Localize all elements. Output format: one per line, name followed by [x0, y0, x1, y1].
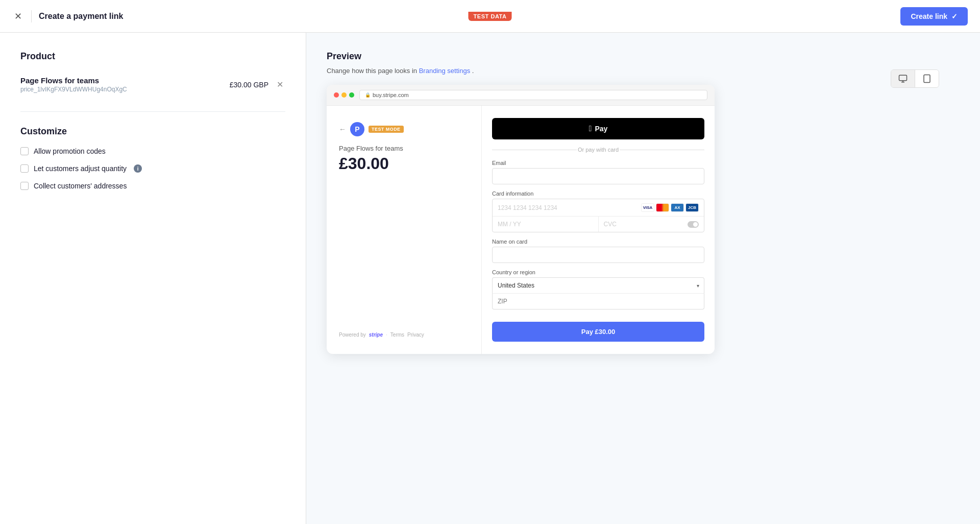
preview-subtitle: Change how this page looks in Branding s… [327, 67, 960, 75]
preview-logo: P [350, 122, 364, 136]
device-toggle [891, 69, 939, 88]
url-text: buy.stripe.com [373, 92, 409, 98]
mastercard-icon [656, 203, 669, 212]
payment-preview-right:  Pay Or pay with card Email Card inform… [482, 106, 715, 354]
topbar-divider [31, 10, 32, 22]
preview-product-name: Page Flows for teams [339, 145, 469, 152]
footer-divider: · [386, 332, 387, 338]
country-select[interactable]: United States United Kingdom Canada [492, 277, 704, 293]
product-section-title: Product [20, 51, 285, 62]
close-button[interactable]: ✕ [12, 9, 24, 24]
topbar-left: ✕ Create a payment link [12, 9, 123, 24]
card-number-placeholder: 1234 1234 1234 1234 [498, 204, 557, 211]
dot-red [334, 92, 339, 98]
visa-icon: VISA [641, 203, 654, 212]
allow-promo-checkbox[interactable] [20, 147, 29, 155]
collect-addresses-checkbox[interactable] [20, 182, 29, 190]
browser-dots [334, 92, 354, 98]
right-panel: Preview Change how this page looks in Br… [306, 33, 980, 524]
email-label: Email [492, 160, 704, 166]
page-title: Create a payment link [39, 12, 123, 21]
collect-addresses-checkbox-row[interactable]: Collect customers' addresses [20, 182, 285, 190]
cvc-toggle [688, 221, 699, 228]
card-expiry-cvc-row: MM / YY CVC [493, 217, 704, 232]
browser-bar: 🔒 buy.stripe.com [327, 85, 715, 106]
payment-left-top: ← P TEST MODE Page Flows for teams £30.0… [339, 122, 469, 173]
name-on-card-input[interactable] [492, 247, 704, 263]
checkmark-icon: ✓ [951, 12, 958, 20]
card-number-row: 1234 1234 1234 1234 VISA AX JCB [493, 199, 704, 217]
branding-settings-link[interactable]: Branding settings [419, 67, 470, 75]
adjust-quantity-label: Let customers adjust quantity [34, 164, 127, 173]
product-row: Page Flows for teams price_1lvIKgFX9VLdW… [20, 72, 285, 97]
left-panel: Product Page Flows for teams price_1lvIK… [0, 33, 306, 524]
dot-green [349, 92, 354, 98]
footer-links: Terms Privacy [390, 332, 424, 338]
card-expiry: MM / YY [493, 217, 599, 232]
footer-terms-link[interactable]: Terms [390, 332, 404, 338]
customize-section: Customize Allow promotion codes Let cust… [20, 126, 285, 190]
dot-yellow [341, 92, 347, 98]
product-id: price_1lvIKgFX9VLdWWHUg4nOqXgC [20, 86, 127, 93]
test-data-badge: TEST DATA [468, 12, 511, 21]
card-cvc: CVC [599, 217, 704, 232]
browser-url-bar: 🔒 buy.stripe.com [359, 90, 707, 100]
zip-input[interactable] [492, 293, 704, 309]
apple-pay-button[interactable]:  Pay [492, 118, 704, 139]
svg-rect-0 [899, 75, 907, 81]
email-field-group: Email [492, 160, 704, 184]
preview-product-price: £30.00 [339, 154, 469, 173]
adjust-quantity-checkbox-row[interactable]: Let customers adjust quantity i [20, 164, 285, 173]
jcb-icon: JCB [685, 203, 699, 212]
preview-footer: Powered by stripe · Terms Privacy [339, 332, 469, 338]
tablet-icon [922, 74, 932, 83]
product-section: Product Page Flows for teams price_1lvIK… [20, 51, 285, 97]
name-on-card-field-group: Name on card [492, 239, 704, 263]
desktop-icon [898, 74, 908, 83]
tablet-view-button[interactable] [915, 70, 939, 87]
adjust-quantity-checkbox[interactable] [20, 164, 29, 173]
country-label: Country or region [492, 269, 704, 275]
topbar: ✕ Create a payment link TEST DATA Create… [0, 0, 980, 33]
info-icon: i [134, 164, 142, 173]
collect-addresses-label: Collect customers' addresses [34, 182, 127, 190]
country-select-wrapper: United States United Kingdom Canada ▾ [492, 277, 704, 293]
or-pay-divider: Or pay with card [492, 147, 704, 153]
card-info-field-group: Card information 1234 1234 1234 1234 VIS… [492, 190, 704, 232]
preview-title: Preview [327, 51, 960, 62]
allow-promo-label: Allow promotion codes [34, 147, 106, 155]
create-link-button[interactable]: Create link ✓ [900, 7, 968, 26]
amex-icon: AX [671, 203, 684, 212]
divider [20, 111, 285, 112]
payment-preview-left: ← P TEST MODE Page Flows for teams £30.0… [327, 106, 482, 354]
lock-icon: 🔒 [365, 92, 371, 98]
customize-section-title: Customize [20, 126, 285, 137]
preview-header-row: ← P TEST MODE [339, 122, 469, 136]
product-info: Page Flows for teams price_1lvIKgFX9VLdW… [20, 76, 127, 93]
browser-mockup: 🔒 buy.stripe.com ← P T [327, 85, 715, 354]
svg-rect-3 [924, 75, 930, 83]
pay-button[interactable]: Pay £30.00 [492, 322, 704, 342]
back-arrow-icon: ← [339, 125, 346, 133]
product-price-row: £30.00 GBP ✕ [230, 79, 285, 90]
country-field-group: Country or region United States United K… [492, 269, 704, 309]
card-input-wrapper: 1234 1234 1234 1234 VISA AX JCB [492, 199, 704, 232]
remove-product-button[interactable]: ✕ [275, 79, 285, 90]
apple-icon:  [589, 124, 592, 133]
browser-content: ← P TEST MODE Page Flows for teams £30.0… [327, 106, 715, 354]
card-icons: VISA AX JCB [641, 203, 699, 212]
main-layout: Product Page Flows for teams price_1lvIK… [0, 33, 980, 524]
email-input[interactable] [492, 168, 704, 184]
right-panel-inner: Preview Change how this page looks in Br… [327, 51, 960, 354]
name-on-card-label: Name on card [492, 239, 704, 245]
test-mode-badge: TEST MODE [369, 126, 404, 133]
stripe-logo: stripe [369, 332, 383, 338]
card-info-label: Card information [492, 190, 704, 197]
product-price: £30.00 GBP [230, 81, 268, 89]
desktop-view-button[interactable] [891, 70, 915, 87]
allow-promo-checkbox-row[interactable]: Allow promotion codes [20, 147, 285, 155]
product-name: Page Flows for teams [20, 76, 127, 85]
footer-privacy-link[interactable]: Privacy [407, 332, 424, 338]
